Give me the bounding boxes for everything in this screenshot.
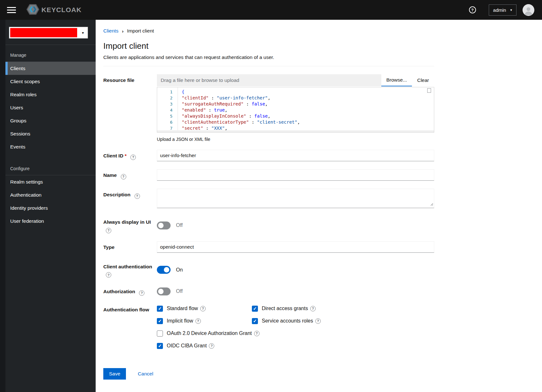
- upload-helper-text: Upload a JSON or XML file: [157, 137, 434, 142]
- description-textarea[interactable]: [157, 189, 434, 208]
- brand-text: KEYCLOAK: [41, 6, 82, 14]
- type-input[interactable]: [157, 241, 434, 253]
- checkbox-label: Direct access grants: [262, 306, 308, 311]
- checkbox-label: OIDC CIBA Grant: [167, 343, 207, 349]
- check-icon: ✓: [158, 306, 162, 311]
- nav-toggle-button[interactable]: [5, 4, 18, 16]
- browse-button[interactable]: Browse...: [381, 74, 412, 86]
- checkbox-oauth-2-0-device-authorization-grant[interactable]: OAuth 2.0 Device Authorization Grant?: [157, 330, 434, 337]
- client-authentication-toggle[interactable]: [157, 266, 171, 274]
- checkbox-checked-icon[interactable]: ✓: [252, 318, 258, 324]
- realm-selector-dropdown[interactable]: ▾: [9, 27, 88, 39]
- checkbox-standard-flow[interactable]: ✓Standard flow?: [157, 306, 252, 312]
- help-icon[interactable]: ?: [469, 6, 476, 13]
- keycloak-logo: KEYCLOAK: [26, 4, 82, 17]
- help-icon[interactable]: ?: [209, 343, 214, 349]
- help-icon[interactable]: ?: [195, 318, 201, 324]
- editor-scrollbar-thumb[interactable]: [427, 88, 431, 93]
- realm-name-redaction: [10, 28, 77, 37]
- form-row-type: Type: [103, 241, 434, 253]
- editor-code-line: {: [182, 89, 434, 95]
- editor-code[interactable]: {"clientId" : "user-info-fetcher","surro…: [178, 87, 434, 130]
- sidebar-item-user-federation[interactable]: User federation: [5, 214, 96, 228]
- form-row-resource-file: Resource file Browse... Clear 1234567: [103, 74, 434, 142]
- file-upload-input[interactable]: [157, 74, 381, 86]
- check-icon: ✓: [158, 344, 162, 348]
- code-editor[interactable]: 1234567 {"clientId" : "user-info-fetcher…: [157, 87, 434, 133]
- help-icon[interactable]: ?: [315, 318, 321, 324]
- sidebar-item-users[interactable]: Users: [5, 101, 96, 114]
- checkbox-unchecked-icon[interactable]: [157, 330, 163, 337]
- checkbox-direct-access-grants[interactable]: ✓Direct access grants?: [252, 306, 434, 312]
- sidebar: ▾ ManageClientsClient scopesRealm rolesU…: [0, 20, 96, 392]
- name-input[interactable]: [157, 169, 434, 181]
- authorization-label: Authorization: [103, 289, 135, 294]
- checkbox-checked-icon[interactable]: ✓: [157, 343, 163, 349]
- form-row-name: Name ?: [103, 169, 434, 181]
- client-id-input[interactable]: [157, 150, 434, 161]
- sidebar-item-realm-settings[interactable]: Realm settings: [5, 175, 96, 188]
- keycloak-logo-icon: [26, 4, 40, 17]
- sidebar-item-events[interactable]: Events: [5, 140, 96, 153]
- sidebar-item-sessions[interactable]: Sessions: [5, 127, 96, 140]
- checkbox-checked-icon[interactable]: ✓: [157, 306, 163, 312]
- editor-line-number: 4: [157, 107, 172, 113]
- form-row-always-display: Always display in UI ? Off: [103, 216, 434, 233]
- sidebar-item-authentication[interactable]: Authentication: [5, 188, 96, 201]
- editor-code-line: "clientId" : "user-info-fetcher",: [182, 95, 434, 101]
- editor-line-number: 6: [157, 119, 172, 125]
- editor-line-number: 3: [157, 101, 172, 107]
- sidebar-item-clients[interactable]: Clients: [5, 62, 96, 75]
- file-upload: Browse... Clear: [157, 74, 434, 86]
- help-icon[interactable]: ?: [135, 193, 140, 199]
- required-marker: *: [125, 153, 127, 158]
- resize-grip-icon[interactable]: [430, 201, 433, 207]
- help-icon[interactable]: ?: [200, 306, 206, 311]
- editor-line-number: 5: [157, 113, 172, 119]
- sidebar-item-groups[interactable]: Groups: [5, 114, 96, 127]
- checkbox-implicit-flow[interactable]: ✓Implicit flow?: [157, 318, 252, 324]
- cancel-button[interactable]: Cancel: [136, 371, 155, 377]
- check-icon: ✓: [158, 319, 162, 323]
- header-divider: [103, 66, 434, 66]
- authentication-flow-label: Authentication flow: [103, 307, 149, 312]
- breadcrumb-clients-link[interactable]: Clients: [103, 28, 118, 34]
- checkbox-label: Standard flow: [167, 306, 198, 311]
- always-display-label: Always display in UI: [103, 219, 151, 225]
- checkbox-checked-icon[interactable]: ✓: [157, 318, 163, 324]
- help-icon[interactable]: ?: [310, 306, 316, 311]
- toggle-state-label: Off: [176, 288, 183, 294]
- help-icon[interactable]: ?: [121, 174, 126, 179]
- nav-group-manage: ManageClientsClient scopesRealm rolesUse…: [5, 45, 96, 153]
- help-icon[interactable]: ?: [106, 228, 111, 233]
- checkbox-oidc-ciba-grant[interactable]: ✓OIDC CIBA Grant?: [157, 343, 434, 349]
- user-menu-dropdown[interactable]: admin ▾: [489, 4, 516, 16]
- toggle-state-label: On: [176, 267, 183, 273]
- help-icon[interactable]: ?: [106, 272, 111, 278]
- clear-button[interactable]: Clear: [412, 74, 434, 86]
- nav-group-configure: ConfigureRealm settingsAuthenticationIde…: [5, 158, 96, 228]
- sidebar-item-realm-roles[interactable]: Realm roles: [5, 88, 96, 101]
- main-content: Clients › Import client Import client Cl…: [96, 20, 542, 392]
- save-button[interactable]: Save: [103, 368, 126, 380]
- help-icon[interactable]: ?: [254, 331, 260, 336]
- type-label: Type: [103, 244, 114, 250]
- avatar[interactable]: [523, 4, 534, 16]
- help-icon[interactable]: ?: [139, 290, 144, 296]
- form-row-authentication-flow: Authentication flow ✓Standard flow?✓Dire…: [103, 304, 434, 349]
- help-icon[interactable]: ?: [130, 155, 136, 160]
- form-row-description: Description ?: [103, 189, 434, 208]
- editor-code-line: "enabled" : true,: [182, 107, 434, 113]
- sidebar-item-client-scopes[interactable]: Client scopes: [5, 75, 96, 88]
- always-display-toggle[interactable]: [157, 221, 171, 229]
- sidebar-item-identity-providers[interactable]: Identity providers: [5, 201, 96, 214]
- editor-code-line: "clientAuthenticatorType" : "client-secr…: [182, 119, 434, 125]
- editor-code-line: "surrogateAuthRequired" : false,: [182, 101, 434, 107]
- nav-group-title: Configure: [5, 158, 96, 175]
- form-row-client-authentication: Client authentication ? On: [103, 261, 434, 278]
- page-subtitle: Clients are applications and services th…: [103, 54, 542, 60]
- chevron-down-icon: ▾: [78, 31, 88, 35]
- checkbox-service-accounts-roles[interactable]: ✓Service accounts roles?: [252, 318, 434, 324]
- authorization-toggle[interactable]: [157, 287, 171, 295]
- checkbox-checked-icon[interactable]: ✓: [252, 306, 258, 312]
